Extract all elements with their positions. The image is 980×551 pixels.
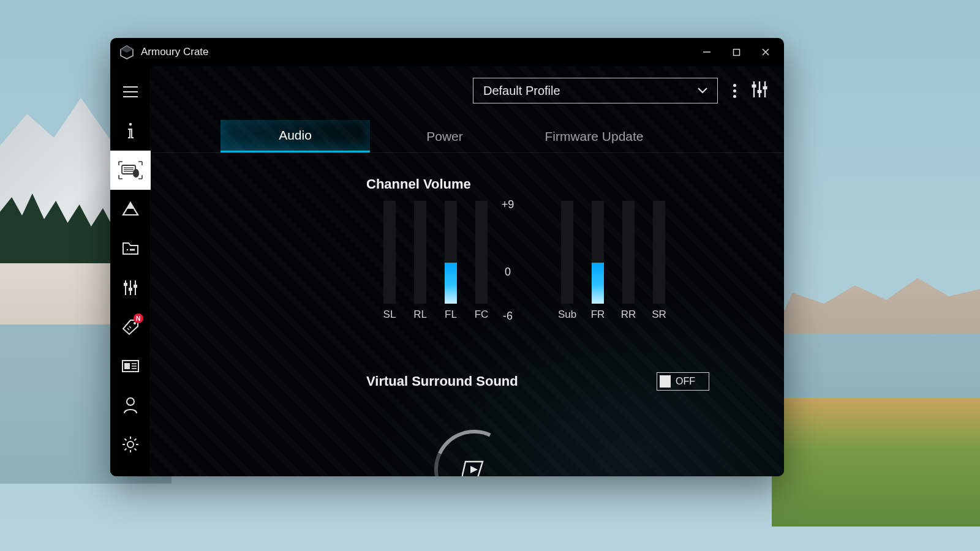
svg-line-37 xyxy=(134,439,136,441)
eq-track[interactable] xyxy=(561,201,573,304)
main-panel: Default Profile Audio Power Firmware Upd… xyxy=(151,66,784,476)
eq-track[interactable] xyxy=(622,201,635,304)
sidebar: N xyxy=(110,66,151,476)
svg-rect-18 xyxy=(124,283,127,286)
eq-channel-fl[interactable]: FL xyxy=(445,201,457,321)
sidebar-item-library[interactable] xyxy=(110,229,151,268)
eq-fill xyxy=(592,263,604,304)
svg-line-38 xyxy=(124,449,126,451)
svg-point-14 xyxy=(133,169,139,178)
eq-channel-label: SL xyxy=(383,309,396,321)
sidebar-item-news[interactable] xyxy=(110,347,151,386)
dot-icon xyxy=(733,84,736,87)
app-title: Armoury Crate xyxy=(141,46,209,58)
aura-icon xyxy=(122,201,139,217)
hamburger-icon xyxy=(123,86,138,98)
tab-bar: Audio Power Firmware Update xyxy=(151,120,784,153)
maximize-button[interactable] xyxy=(722,40,751,64)
eq-channel-sl[interactable]: SL xyxy=(383,201,396,321)
toggle-knob xyxy=(660,375,671,388)
news-icon xyxy=(122,360,139,372)
svg-rect-42 xyxy=(758,90,762,93)
sidebar-item-aura[interactable] xyxy=(110,190,151,229)
tab-power[interactable]: Power xyxy=(370,120,519,152)
tab-firmware[interactable]: Firmware Update xyxy=(519,120,669,152)
sidebar-item-account[interactable] xyxy=(110,386,151,425)
svg-point-9 xyxy=(129,123,131,126)
titlebar: Armoury Crate xyxy=(110,38,784,66)
play-icon xyxy=(462,459,486,476)
info-icon xyxy=(124,122,137,140)
sidebar-item-home[interactable] xyxy=(110,111,151,151)
svg-rect-40 xyxy=(752,84,756,88)
tab-audio[interactable]: Audio xyxy=(221,120,370,152)
eq-tick-zero: 0 xyxy=(494,266,522,279)
profile-select-value: Default Profile xyxy=(483,84,560,98)
sliders-icon xyxy=(123,279,138,296)
virtual-surround-label: Virtual Surround Sound xyxy=(366,373,518,389)
eq-channel-label: FL xyxy=(445,309,457,321)
eq-track[interactable] xyxy=(445,201,457,304)
svg-rect-16 xyxy=(130,249,135,251)
equalizer-button[interactable] xyxy=(751,80,768,101)
svg-rect-44 xyxy=(763,86,767,89)
eq-tick-max: +9 xyxy=(494,198,522,211)
folder-icon xyxy=(122,242,139,255)
new-badge: N xyxy=(134,313,143,323)
eq-channel-label: FR xyxy=(591,309,605,321)
virtual-surround-toggle[interactable]: OFF xyxy=(657,372,709,391)
eq-track[interactable] xyxy=(414,201,426,304)
svg-rect-22 xyxy=(134,285,137,288)
svg-point-15 xyxy=(126,249,128,251)
eq-channel-fr[interactable]: FR xyxy=(592,201,604,321)
eq-channel-rr[interactable]: RR xyxy=(622,201,635,321)
app-window: Armoury Crate xyxy=(110,38,784,476)
user-icon xyxy=(123,397,138,414)
svg-rect-25 xyxy=(124,363,130,369)
svg-point-30 xyxy=(127,441,134,448)
channel-volume-label: Channel Volume xyxy=(366,176,471,192)
eq-channel-fc[interactable]: FC xyxy=(475,201,488,321)
chevron-down-icon xyxy=(698,88,707,94)
sidebar-item-devices[interactable] xyxy=(110,151,151,190)
svg-rect-20 xyxy=(129,288,132,291)
sidebar-item-settings[interactable] xyxy=(110,425,151,464)
sidebar-menu-button[interactable] xyxy=(110,72,151,111)
eq-track[interactable] xyxy=(592,201,604,304)
sidebar-item-deals[interactable]: N xyxy=(110,307,151,347)
eq-track[interactable] xyxy=(653,201,665,304)
gear-icon xyxy=(122,436,139,453)
svg-line-35 xyxy=(124,439,126,441)
eq-scale: +9 0 -6 xyxy=(494,201,530,321)
eq-channel-label: RR xyxy=(621,309,636,321)
eq-channel-label: SR xyxy=(652,309,666,321)
svg-rect-3 xyxy=(733,49,739,55)
eq-channel-sub[interactable]: Sub xyxy=(561,201,573,321)
eq-channel-label: Sub xyxy=(558,309,576,321)
svg-marker-1 xyxy=(121,46,133,53)
eq-channel-sr[interactable]: SR xyxy=(653,201,665,321)
eq-channel-rl[interactable]: RL xyxy=(414,201,426,321)
profile-select[interactable]: Default Profile xyxy=(473,78,718,103)
minimize-button[interactable] xyxy=(692,40,722,64)
eq-tick-min: -6 xyxy=(494,310,522,323)
sidebar-item-scenario[interactable] xyxy=(110,268,151,307)
close-button[interactable] xyxy=(751,40,780,64)
more-options-button[interactable] xyxy=(729,84,740,98)
devices-icon xyxy=(118,161,143,179)
channel-volume-eq: SLRLFLFCSubFRRRSR +9 0 -6 xyxy=(383,201,641,348)
eq-channel-label: RL xyxy=(413,309,427,321)
eq-channel-label: FC xyxy=(475,309,489,321)
app-logo-icon xyxy=(119,44,135,60)
svg-point-29 xyxy=(127,398,134,405)
eq-track[interactable] xyxy=(475,201,488,304)
eq-track[interactable] xyxy=(383,201,396,304)
svg-line-36 xyxy=(134,449,136,451)
eq-fill xyxy=(445,263,457,304)
toggle-state-text: OFF xyxy=(676,376,695,387)
preview-play-button[interactable] xyxy=(423,419,526,476)
